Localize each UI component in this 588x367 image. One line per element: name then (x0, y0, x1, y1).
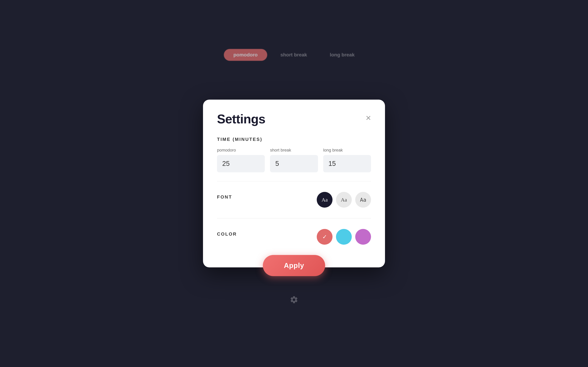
color-options: ✓ (317, 229, 371, 245)
time-section-label: TIME (MINUTES) (217, 137, 371, 142)
color-purple-button[interactable] (355, 229, 371, 245)
long-break-label: long break (323, 148, 371, 153)
settings-modal: Settings × TIME (MINUTES) pomodoro short… (203, 100, 385, 267)
time-section: TIME (MINUTES) pomodoro short break long… (217, 137, 371, 172)
font-section: FONT Aa Aa Aa (217, 190, 371, 209)
modal-header: Settings × (217, 112, 371, 126)
short-break-field: short break (270, 148, 318, 172)
app-container: pomodoro short break long break Settings… (0, 0, 588, 367)
apply-button[interactable]: Apply (263, 255, 325, 276)
close-button[interactable]: × (366, 113, 371, 122)
color-cyan-button[interactable] (336, 229, 352, 245)
apply-button-container: Apply (263, 255, 325, 276)
color-red-button[interactable]: ✓ (317, 229, 332, 245)
long-break-field: long break (323, 148, 371, 172)
font-sans-button[interactable]: Aa (317, 192, 332, 208)
pomodoro-label: pomodoro (217, 148, 265, 153)
pomodoro-input[interactable] (217, 155, 265, 172)
modal-overlay: Settings × TIME (MINUTES) pomodoro short… (0, 0, 588, 367)
font-mono-button[interactable]: Aa (355, 192, 371, 208)
font-options: Aa Aa Aa (317, 192, 371, 208)
font-section-label: FONT (217, 194, 232, 200)
time-inputs: pomodoro short break long break (217, 148, 371, 172)
color-section-label: COLOR (217, 231, 237, 237)
color-section: COLOR ✓ (217, 227, 371, 246)
divider-1 (217, 181, 371, 181)
short-break-label: short break (270, 148, 318, 153)
modal-title: Settings (217, 112, 265, 126)
divider-2 (217, 218, 371, 218)
pomodoro-field: pomodoro (217, 148, 265, 172)
font-serif-button[interactable]: Aa (336, 192, 352, 208)
short-break-input[interactable] (270, 155, 318, 172)
long-break-input[interactable] (323, 155, 371, 172)
